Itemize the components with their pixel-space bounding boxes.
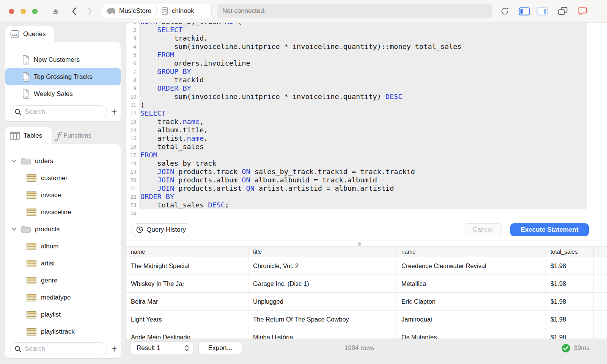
table-cell[interactable]: Jamiroquai (397, 311, 546, 328)
code-line-2[interactable]: 2 SELECT (126, 26, 607, 34)
forward-icon[interactable] (85, 0, 94, 22)
chevron-down-icon[interactable] (11, 226, 17, 232)
code-line-9[interactable]: 9 ORDER BY (126, 84, 607, 93)
tab-functions[interactable]: ƒ Functions (54, 127, 91, 144)
code-line-23[interactable]: 23 total_sales DESC; (126, 201, 607, 209)
code-line-16[interactable]: 16 total_sales (126, 143, 607, 151)
code-line-6[interactable]: 6 orders.invoiceline (126, 59, 607, 67)
tree-item-artist[interactable]: artist (5, 255, 121, 272)
table-cell[interactable]: $1.98 (546, 257, 594, 275)
breadcrumb-server[interactable]: MusicStore (106, 6, 151, 16)
table-cell[interactable]: $1.98 (546, 311, 594, 328)
code-line-7[interactable]: 7 GROUP BY (126, 67, 607, 76)
cancel-button[interactable]: Cancel (464, 223, 502, 236)
add-query-button[interactable]: + (110, 106, 118, 118)
close-icon[interactable] (9, 9, 14, 14)
zoom-icon[interactable] (32, 9, 38, 14)
query-list-item[interactable]: SQL New Customers (5, 51, 121, 68)
code-line-17[interactable]: 17FROM (126, 151, 607, 159)
table-cell[interactable]: Creedence Clearwater Revival (397, 257, 546, 275)
code-line-5[interactable]: 5 FROM (126, 51, 607, 59)
code-line-11[interactable]: 11) (126, 101, 607, 109)
export-button[interactable]: Export... (198, 341, 242, 355)
windows-icon[interactable] (557, 0, 568, 22)
column-header-name-2[interactable]: name (397, 247, 546, 257)
table-row[interactable]: The Midnight SpecialChronicle, Vol. 2Cre… (126, 257, 607, 275)
chevron-down-icon[interactable] (11, 158, 17, 164)
table-cell[interactable]: $1.98 (546, 328, 594, 339)
query-history-button[interactable]: Query History (131, 223, 192, 236)
table-cell[interactable]: Unplugged (248, 293, 397, 310)
code-line-4[interactable]: 4 sum(invoiceline.unitprice * invoicelin… (126, 42, 607, 51)
table-cell[interactable]: Whiskey In The Jar (126, 275, 248, 292)
table-row[interactable]: Light YearsThe Return Of The Space Cowbo… (126, 311, 607, 328)
column-header-total_sales-3[interactable]: total_sales (546, 247, 594, 257)
tables-search-field[interactable] (10, 342, 107, 355)
feedback-bubble-icon[interactable] (577, 0, 588, 22)
code-line-1[interactable]: 1WITH sales_by_track AS ( (126, 23, 607, 26)
eject-icon[interactable] (51, 0, 61, 22)
code-line-14[interactable]: 14 album.title, (126, 126, 607, 134)
table-cell[interactable]: Minha História (248, 328, 397, 339)
table-cell[interactable]: The Midnight Special (126, 257, 248, 275)
code-line-18[interactable]: 18 sales_by_track (126, 159, 607, 168)
tree-item-genre[interactable]: genre (5, 272, 121, 289)
table-cell[interactable]: Garage Inc. (Disc 1) (248, 275, 397, 292)
code-line-15[interactable]: 15 artist.name, (126, 134, 607, 143)
tree-item-orders[interactable]: orders (5, 152, 121, 169)
table-row[interactable]: Beira MarUnpluggedEric Clapton$1.98 (126, 293, 607, 311)
table-cell[interactable]: $1.98 (546, 293, 594, 310)
code-line-19[interactable]: 19 JOIN products.track ON sales_by_track… (126, 168, 607, 176)
table-cell[interactable]: Beira Mar (126, 293, 248, 310)
back-icon[interactable] (69, 0, 79, 22)
tree-item-album[interactable]: album (5, 238, 121, 255)
table-cell[interactable]: Os Mutantes (397, 328, 546, 339)
table-cell[interactable]: Metallica (397, 275, 546, 292)
code-line-3[interactable]: 3 trackid, (126, 34, 607, 42)
tree-item-invoiceline[interactable]: invoiceline (5, 204, 121, 221)
table-cell[interactable]: Ande Meio Desligado (126, 328, 248, 339)
table-cell[interactable]: The Return Of The Space Cowboy (248, 311, 397, 328)
query-list-item[interactable]: SQL Weekly Sales (5, 85, 121, 102)
tree-item-products[interactable]: products (5, 221, 121, 238)
tree-item-playlist[interactable]: playlist (5, 306, 121, 323)
tree-item-invoice[interactable]: invoice (5, 187, 121, 204)
query-list-item[interactable]: SQL Top Grossing Tracks (5, 68, 121, 85)
code-line-22[interactable]: 22ORDER BY (126, 193, 607, 201)
execute-statement-button[interactable]: Execute Statement (510, 223, 589, 236)
table-cell[interactable]: Chronicle, Vol. 2 (248, 257, 397, 275)
toggle-left-sidebar-icon[interactable] (518, 0, 530, 22)
code-line-24[interactable]: 24 (126, 209, 607, 218)
table-cell[interactable]: Eric Clapton (397, 293, 546, 310)
tree-item-customer[interactable]: customer (5, 169, 121, 187)
minimize-icon[interactable] (20, 9, 26, 14)
code-line-12[interactable]: 12SELECT (126, 109, 607, 118)
column-header-name-0[interactable]: name (126, 247, 248, 257)
toggle-right-panel-icon[interactable] (536, 0, 548, 22)
queries-search-input[interactable] (25, 108, 102, 116)
table-cell[interactable]: Light Years (126, 311, 248, 328)
editor-results-splitter[interactable] (126, 240, 607, 246)
sql-editor[interactable]: 1WITH sales_by_track AS (2 SELECT3 track… (126, 23, 607, 240)
code-line-20[interactable]: 20 JOIN products.album ON album.albumid … (126, 176, 607, 184)
queries-search-field[interactable] (10, 105, 107, 118)
code-line-21[interactable]: 21 JOIN products.artist ON artist.artist… (126, 184, 607, 193)
table-cell[interactable]: $1.98 (546, 275, 594, 292)
tab-queries[interactable]: SQL Queries (5, 26, 54, 42)
tree-item-playlisttrack[interactable]: playlisttrack (5, 323, 121, 340)
code-line-8[interactable]: 8 trackid (126, 76, 607, 84)
code-line-10[interactable]: 10 sum(invoiceline.unitprice * invoiceli… (126, 93, 607, 101)
column-header-title-1[interactable]: title (248, 247, 397, 257)
breadcrumb-database[interactable]: chinook (161, 6, 194, 16)
code-text: album.title, (139, 126, 587, 134)
table-row[interactable]: Ande Meio DesligadoMinha HistóriaOs Muta… (126, 328, 607, 339)
splitter-handle[interactable] (358, 242, 361, 246)
tab-tables[interactable]: Tables (5, 127, 52, 144)
tables-search-input[interactable] (25, 345, 102, 353)
table-row[interactable]: Whiskey In The JarGarage Inc. (Disc 1)Me… (126, 275, 607, 293)
add-table-button[interactable]: + (110, 343, 118, 355)
code-line-13[interactable]: 13 track.name, (126, 118, 607, 126)
result-selector[interactable]: Result 1 (131, 341, 194, 355)
refresh-icon[interactable] (499, 0, 510, 22)
tree-item-mediatype[interactable]: mediatype (5, 289, 121, 306)
